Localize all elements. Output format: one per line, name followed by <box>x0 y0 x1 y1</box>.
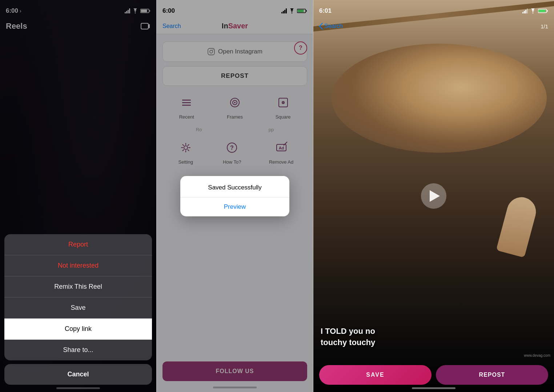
panel1-instagram: 6:00 › Reels <box>0 0 156 392</box>
play-triangle-icon <box>430 190 440 202</box>
handle-bar-p3 <box>412 387 455 389</box>
panel3-preview: 6:01 <box>313 0 554 392</box>
wifi-icon-p3 <box>530 8 536 13</box>
modal-preview-button[interactable]: Preview <box>180 197 289 216</box>
sheet-cancel: Cancel <box>4 364 152 385</box>
saved-modal: Saved Successfully Preview <box>180 176 289 216</box>
cat-body <box>332 44 547 153</box>
sheet-item-copy-link[interactable]: Copy link <box>4 319 152 340</box>
page-count: 1/1 <box>541 23 548 29</box>
sheet-item-not-interested[interactable]: Not interested <box>4 255 152 276</box>
svg-point-29 <box>533 13 533 13</box>
svg-rect-31 <box>547 10 548 12</box>
back-label: Search <box>324 23 343 29</box>
nav-bar-p3: Search 1/1 <box>313 18 554 34</box>
bottom-buttons-panel3: SAVE REPOST <box>313 365 554 385</box>
back-button[interactable]: Search <box>319 23 343 29</box>
panel2-insaver: 6:00 Search InSaver <box>156 0 313 392</box>
bottom-sheet: Report Not interested Remix This Reel Sa… <box>0 234 156 392</box>
repost-button-p3[interactable]: REPOST <box>436 365 548 385</box>
status-bar-panel3: 6:01 <box>313 0 554 18</box>
back-chevron-icon <box>319 23 323 29</box>
sheet-item-share[interactable]: Share to... <box>4 340 152 360</box>
time-p3: 6:01 <box>319 7 332 15</box>
status-icons-p3 <box>522 8 548 13</box>
save-button-p3[interactable]: SAVE <box>319 365 431 385</box>
modal-title: Saved Successfully <box>180 176 289 197</box>
subtitle-line2: touchy touchy <box>321 337 547 348</box>
signal-icon-p3 <box>522 8 528 13</box>
modal-overlay[interactable]: Saved Successfully Preview <box>157 0 313 392</box>
subtitle-text: I TOLD you no touchy touchy <box>313 326 554 348</box>
play-button[interactable] <box>421 183 446 209</box>
sheet-item-remix[interactable]: Remix This Reel <box>4 276 152 297</box>
battery-icon-p3 <box>538 8 548 13</box>
sheet-menu: Report Not interested Remix This Reel Sa… <box>4 234 152 360</box>
subtitle-line1: I TOLD you no <box>321 326 547 337</box>
sheet-cancel-btn[interactable]: Cancel <box>4 364 152 385</box>
svg-rect-32 <box>539 10 546 12</box>
sheet-item-save[interactable]: Save <box>4 297 152 319</box>
watermark: www.devag.com <box>524 353 550 357</box>
sheet-item-report[interactable]: Report <box>4 234 152 255</box>
